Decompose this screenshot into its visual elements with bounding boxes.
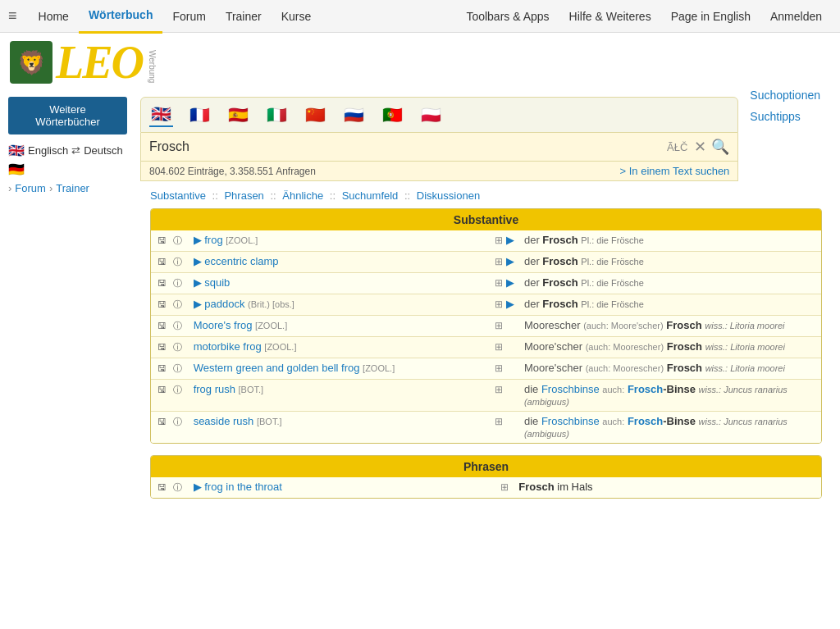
en-word[interactable]: seaside rush (194, 415, 254, 427)
de-grid-icon[interactable]: ⊞ (495, 320, 503, 331)
de-word-prefix[interactable]: Froschbinse (541, 383, 600, 395)
save-icon[interactable]: 🖫 (156, 341, 168, 353)
save-icon[interactable]: 🖫 (156, 384, 168, 395)
en-word[interactable]: frog in the throat (204, 481, 282, 493)
save-icon[interactable]: 🖫 (156, 320, 168, 331)
nav-toolbars[interactable]: Toolbars & Apps (456, 0, 559, 33)
nav-kurse[interactable]: Kurse (272, 0, 322, 33)
play-button[interactable]: ▶ (194, 234, 202, 246)
en-word[interactable]: squib (204, 276, 230, 289)
en-tag: (Brit.) [obs.] (248, 299, 294, 309)
flag-btn-en[interactable]: 🇬🇧 (149, 103, 173, 127)
en-word[interactable]: frog rush (194, 383, 235, 395)
play-button[interactable]: ▶ (194, 255, 202, 267)
info-icon[interactable]: ⓘ (171, 481, 184, 495)
nav-home[interactable]: Home (29, 0, 79, 33)
save-icon[interactable]: 🖫 (156, 256, 168, 267)
search-options: Suchoptionen Suchtipps (738, 89, 832, 123)
de-grid-icon[interactable]: ⊞ (495, 277, 503, 289)
en-cell: ▶ eccentric clamp (189, 252, 491, 273)
search-input[interactable] (149, 139, 667, 154)
play-button[interactable]: ▶ (194, 481, 202, 493)
en-word[interactable]: eccentric clamp (204, 255, 278, 267)
tab-aehnliche[interactable]: Ähnliche (282, 189, 323, 202)
info-icon[interactable]: ⓘ (171, 234, 184, 248)
en-word[interactable]: Moore's frog (194, 319, 253, 331)
weitere-woerterbucher-button[interactable]: Weitere Wörterbücher (8, 97, 127, 134)
de-play-button[interactable]: ▶ (506, 298, 514, 310)
chevron-forum-icon: › (8, 182, 11, 194)
de-grid-icon[interactable]: ⊞ (495, 384, 503, 395)
sep1: :: (212, 189, 218, 202)
search-stats: 804.602 Einträge, 3.358.551 Anfragen (149, 166, 316, 177)
de-grid-icon[interactable]: ⊞ (495, 235, 503, 246)
en-word[interactable]: Western green and golden bell frog (194, 362, 360, 374)
text-search-link[interactable]: > In einem Text suchen (620, 165, 730, 177)
de-grid-icon[interactable]: ⊞ (495, 341, 503, 353)
de-play-button[interactable]: ▶ (506, 276, 514, 289)
nav-anmelden[interactable]: Anmelden (760, 0, 832, 33)
de-word-prefix[interactable]: Froschbinse (541, 415, 600, 427)
flag-btn-cn[interactable]: 🇨🇳 (304, 103, 327, 126)
de-play-button[interactable]: ▶ (506, 234, 514, 246)
flag-btn-it[interactable]: 🇮🇹 (265, 103, 289, 126)
de-play-button[interactable]: ▶ (506, 255, 514, 267)
nav-english[interactable]: Page in English (661, 0, 760, 33)
flag-btn-pl[interactable]: 🇵🇱 (419, 103, 443, 126)
save-icon[interactable]: 🖫 (156, 481, 168, 493)
de-cell: der Frosch Pl.: die Frösche (519, 252, 821, 273)
info-icon[interactable]: ⓘ (171, 383, 184, 397)
nav-trainer[interactable]: Trainer (216, 0, 272, 33)
info-icon[interactable]: ⓘ (171, 276, 184, 290)
suchoptionen-link[interactable]: Suchoptionen (750, 89, 820, 102)
de-plural: Pl.: die Frösche (581, 257, 643, 267)
tab-substantive[interactable]: Substantive (150, 189, 206, 202)
en-cell: Western green and golden bell frog [ZOOL… (189, 358, 491, 380)
nav-woerterbuch[interactable]: Wörterbuch (79, 0, 163, 34)
tab-phrasen[interactable]: Phrasen (224, 189, 263, 202)
tab-suchumfeld[interactable]: Suchumfeld (342, 189, 399, 202)
clear-button[interactable]: ✕ (694, 138, 706, 156)
save-icon[interactable]: 🖫 (156, 362, 168, 374)
info-icon[interactable]: ⓘ (171, 298, 184, 312)
info-icon[interactable]: ⓘ (171, 340, 184, 354)
nav-forum[interactable]: Forum (162, 0, 215, 33)
sidebar-trainer-link[interactable]: Trainer (56, 182, 89, 194)
row-actions: 🖫 ⓘ (151, 477, 189, 498)
tab-diskussionen[interactable]: Diskussionen (417, 189, 480, 202)
flag-btn-ru[interactable]: 🇷🇺 (342, 103, 366, 126)
de-also: (auch: Moore'scher) (583, 321, 663, 330)
de-grid-icon[interactable]: ⊞ (495, 256, 503, 267)
de-grid-icon[interactable]: ⊞ (495, 416, 503, 427)
flag-btn-pt[interactable]: 🇵🇹 (381, 103, 404, 126)
info-icon[interactable]: ⓘ (171, 415, 184, 429)
flag-btn-fr[interactable]: 🇫🇷 (188, 103, 212, 126)
phrasen-header: Phrasen (151, 456, 821, 477)
suchtipps-link[interactable]: Suchtipps (750, 110, 820, 123)
row-actions: 🖫 ⓘ (151, 337, 189, 358)
info-icon[interactable]: ⓘ (171, 255, 184, 269)
de-grid-icon[interactable]: ⊞ (500, 481, 509, 493)
save-icon[interactable]: 🖫 (156, 235, 168, 246)
en-word[interactable]: motorbike frog (194, 340, 262, 353)
de-grid-icon[interactable]: ⊞ (495, 299, 503, 310)
sidebar-forum-link[interactable]: Forum (15, 182, 46, 194)
save-icon[interactable]: 🖫 (156, 277, 168, 289)
logo-text: LEO (56, 39, 143, 85)
info-icon[interactable]: ⓘ (171, 362, 184, 376)
flag-btn-es[interactable]: 🇪🇸 (226, 103, 250, 126)
nav-hilfe[interactable]: Hilfe & Weiteres (559, 0, 661, 33)
hamburger-icon[interactable]: ≡ (8, 7, 17, 25)
search-button[interactable]: 🔍 (711, 138, 729, 156)
en-word[interactable]: frog (204, 234, 222, 246)
en-word[interactable]: paddock (204, 298, 244, 310)
en-tag: [ZOOL.] (226, 235, 258, 245)
info-icon[interactable]: ⓘ (171, 319, 184, 333)
de-grid-icon[interactable]: ⊞ (495, 362, 503, 374)
save-icon[interactable]: 🖫 (156, 416, 168, 427)
play-button[interactable]: ▶ (194, 298, 202, 310)
save-icon[interactable]: 🖫 (156, 299, 168, 310)
de-cell: die Froschbinse auch: Frosch-Binse wiss.… (519, 412, 821, 444)
play-button[interactable]: ▶ (194, 276, 202, 289)
en-tag: [BOT.] (257, 417, 282, 426)
